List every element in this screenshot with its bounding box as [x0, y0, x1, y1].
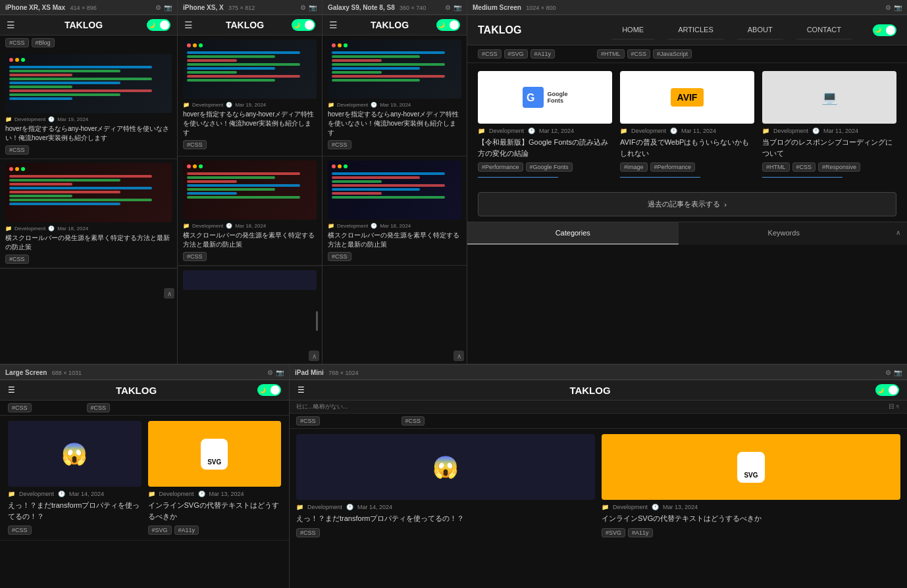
collapse-sidebar-btn[interactable]: ∧: [889, 222, 907, 245]
article-title-galaxy-1: hoverを指定するならany-hoverメディア特性を使いなさい！俺流hove…: [328, 110, 461, 137]
camera-icon[interactable]: 📷: [164, 4, 172, 11]
article-meta-galaxy-1: 📁 Development 🕐 Mar 19, 2024: [328, 102, 461, 108]
camera-icon-medium[interactable]: 📷: [894, 4, 902, 11]
theme-toggle-galaxy[interactable]: 🌙: [436, 19, 460, 31]
theme-toggle-large[interactable]: 🌙: [257, 384, 281, 396]
tag-css-ipad-1[interactable]: #CSS: [296, 416, 320, 426]
gear-icon[interactable]: ⚙: [155, 4, 161, 11]
folder-icon-large-2: 📁: [148, 491, 155, 497]
tag-css-large-art[interactable]: #CSS: [8, 526, 32, 535]
tag-css[interactable]: #CSS: [5, 38, 29, 47]
article-date-1: Mar 19, 2024: [57, 116, 88, 122]
tag-css-large-2[interactable]: #CSS: [87, 403, 111, 412]
theme-toggle-ipad[interactable]: 🌙: [875, 384, 899, 396]
tag-svg-large[interactable]: #SVG: [148, 526, 172, 535]
tag-responsive-md[interactable]: #Responsive: [818, 162, 860, 172]
tags-row-md-3: #HTML #CSS #Responsive: [762, 162, 896, 172]
article-title-2: 横スクロールバーの発生源を素早く特定する方法と最新の防止策: [5, 233, 172, 252]
device-name-ipad: iPad Mini: [295, 369, 324, 376]
article-card-1-galaxy: 📁 Development 🕐 Mar 19, 2024 hoverを指定するな…: [323, 36, 467, 157]
tag-gf-md[interactable]: #Google Fonts: [526, 162, 573, 172]
article-category-2: Development: [14, 226, 45, 232]
tag-css-med-2[interactable]: #CSS: [627, 49, 651, 59]
tag-css-1[interactable]: #CSS: [5, 145, 29, 155]
tag-a11y-large[interactable]: #A11y: [174, 526, 199, 535]
tag-css-med-1[interactable]: #CSS: [478, 49, 502, 59]
hamburger-icon-galaxy[interactable]: ☰: [329, 20, 338, 30]
tag-js-med[interactable]: #JavaScript: [653, 49, 692, 59]
tag-image-md[interactable]: #image: [620, 162, 648, 172]
camera-icon-large[interactable]: 📷: [276, 369, 284, 376]
folder-icon-md-2: 📁: [620, 128, 627, 134]
categories-tab[interactable]: Categories: [467, 222, 679, 245]
medium-nav: TAKLOG HOME ARTICLES ABOUT CONTACT 🌙: [467, 15, 907, 45]
hamburger-icon-ipad[interactable]: ☰: [298, 385, 305, 395]
article-tags-galaxy-2: #CSS: [328, 252, 461, 261]
camera-icon-ipad[interactable]: 📷: [894, 369, 902, 376]
article-thumb-1: [5, 54, 172, 113]
scroll-up-galaxy[interactable]: ∧: [454, 351, 464, 361]
gear-icon-xs[interactable]: ⚙: [300, 4, 306, 11]
emoji-preview-1: 😱: [8, 421, 142, 487]
nav-contact[interactable]: CONTACT: [796, 20, 852, 39]
svg-text:G: G: [527, 92, 534, 103]
tag-css-ipad-art-1[interactable]: #CSS: [296, 528, 320, 537]
article-meta-md-2: 📁 Development 🕐 Mar 11, 2024: [620, 128, 754, 134]
keywords-tab[interactable]: Keywords: [679, 222, 890, 245]
article-thumb-large-1: 😱: [8, 421, 142, 487]
tags-row-md-1: #Performance #Google Fonts: [478, 162, 612, 172]
folder-icon-galaxy-2: 📁: [328, 223, 334, 229]
clock-icon-xs-2: 🕐: [226, 223, 232, 229]
more-articles-btn[interactable]: 過去の記事を表示する ›: [478, 192, 896, 216]
hamburger-icon-xs[interactable]: ☰: [184, 20, 193, 30]
theme-toggle-iphone-xr[interactable]: 🌙: [147, 19, 170, 31]
site-nav-galaxy: ☰ TAKLOG 🌙: [323, 15, 467, 36]
hamburger-icon-large[interactable]: ☰: [8, 385, 15, 395]
tag-css-xs-1[interactable]: #CSS: [183, 140, 207, 149]
gear-icon-ipad[interactable]: ⚙: [885, 369, 891, 376]
tag-css-xs-2[interactable]: #CSS: [183, 252, 207, 261]
tag-a11y-ipad[interactable]: #A11y: [628, 528, 653, 537]
tag-perf-md-2[interactable]: #Performance: [650, 162, 696, 172]
tag-blog[interactable]: #Blog: [32, 38, 55, 47]
nav-articles[interactable]: ARTICLES: [667, 20, 724, 39]
clock-icon-md-2: 🕐: [670, 128, 677, 134]
tag-css-2[interactable]: #CSS: [5, 255, 29, 264]
tag-a11y-med[interactable]: #A11y: [531, 49, 556, 59]
article-tags-2: #CSS: [5, 255, 172, 264]
scroll-up-xs[interactable]: ∧: [309, 351, 319, 361]
camera-icon-galaxy[interactable]: 📷: [454, 4, 461, 11]
theme-toggle-xs[interactable]: 🌙: [292, 19, 315, 31]
gear-icon-large[interactable]: ⚙: [267, 369, 273, 376]
camera-icon-xs[interactable]: 📷: [309, 4, 317, 11]
svg-logo-box: ✿ SVG: [201, 439, 228, 470]
nav-about[interactable]: ABOUT: [737, 20, 783, 39]
article-thumb-md-2: AVIF: [620, 71, 754, 124]
folder-icon-md-3: 📁: [762, 128, 769, 134]
gear-icon-galaxy[interactable]: ⚙: [445, 4, 451, 11]
categories-tabs: Categories Keywords ∧: [467, 222, 907, 245]
article-thumb-ipad-2: ✿ SVG: [602, 434, 900, 500]
theme-toggle-medium[interactable]: 🌙: [873, 24, 896, 36]
nav-home[interactable]: HOME: [611, 20, 654, 39]
device-galaxy-s9: Galaxy S9, Note 8, S8 360 × 740 ⚙ 📷 ☰ TA…: [323, 0, 467, 364]
article-title-large-2: インラインSVGの代替テキストはどうするべきか: [148, 500, 282, 522]
gear-icon-medium[interactable]: ⚙: [885, 4, 891, 11]
chevron-right-icon: ›: [724, 201, 727, 208]
large-screen-nav: ☰ TAKLOG 🌙: [0, 380, 289, 401]
device-name-galaxy: Galaxy S9, Note 8, S8: [328, 4, 395, 11]
tag-css-ipad-2[interactable]: #CSS: [402, 416, 425, 426]
hamburger-icon[interactable]: ☰: [7, 20, 15, 30]
tag-perf-md-1[interactable]: #Performance: [478, 162, 523, 172]
tag-css-md-3[interactable]: #CSS: [792, 162, 816, 172]
tag-row-iphone-xr: #CSS #Blog: [0, 36, 177, 50]
tag-svg-med[interactable]: #SVG: [504, 49, 528, 59]
tag-html-med[interactable]: #HTML: [597, 49, 625, 59]
tag-css-large-1[interactable]: #CSS: [8, 403, 32, 412]
tag-css-galaxy-1[interactable]: #CSS: [328, 140, 351, 149]
scroll-up-btn[interactable]: ∧: [164, 288, 174, 299]
article-meta-ipad-1: 📁 Development 🕐 Mar 14, 2024: [296, 504, 595, 510]
tag-css-galaxy-2[interactable]: #CSS: [328, 252, 351, 261]
tag-html-md-3[interactable]: #HTML: [762, 162, 790, 172]
tag-svg-ipad[interactable]: #SVG: [602, 528, 625, 537]
